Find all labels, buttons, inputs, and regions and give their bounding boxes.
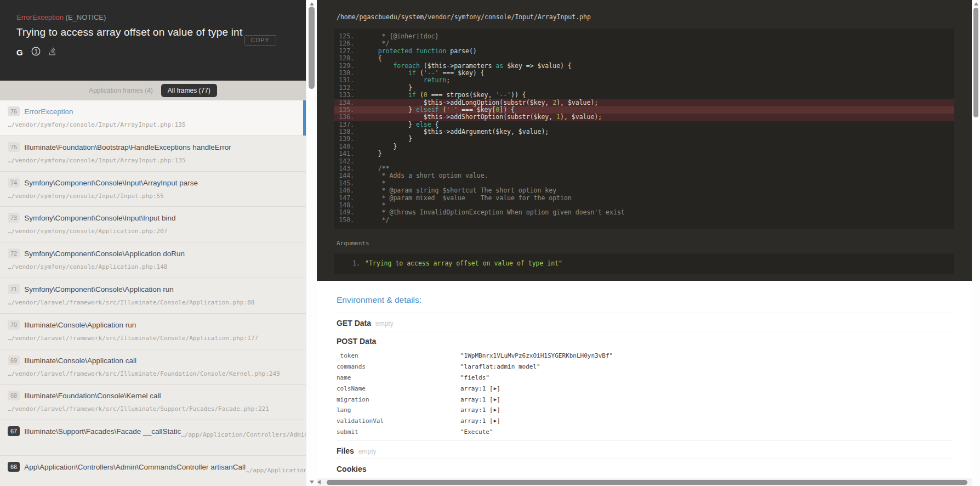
arguments-box: 1."Trying to access array offset on valu… xyxy=(334,253,954,274)
line-number: 149. xyxy=(334,209,363,216)
row-value: "1WpMBnrx1VLuMvPz6zxOiH1SYGERKbnLH0yn3vB… xyxy=(460,352,613,359)
code-token: */ xyxy=(363,39,389,47)
code-line: 134. $this->addLongOption(substr($key, 2… xyxy=(334,99,954,106)
code-text: protected function parse() xyxy=(363,48,477,55)
code-token xyxy=(412,47,416,55)
google-icon[interactable]: G xyxy=(16,48,23,57)
code-token: } xyxy=(363,121,416,128)
frame-title-line: 73Symfony\Component\Console\Input\Input … xyxy=(8,213,298,223)
table-row: migrationarray:1 [▶] xyxy=(337,394,952,405)
code-token: } xyxy=(363,150,382,157)
detail-sections: GET DataemptyPOST Data_token"1WpMBnrx1VL… xyxy=(337,313,952,486)
argument-value: "Trying to access array offset on value … xyxy=(365,259,562,268)
environment-details-title: Environment & details: xyxy=(337,295,952,305)
code-line: 127. protected function parse() xyxy=(334,48,954,55)
code-text: if (0 === strpos($key, '--')) { xyxy=(363,92,526,99)
empty-label: empty xyxy=(358,448,377,455)
code-line: 150. */ xyxy=(334,217,954,224)
frame-number-badge: 69 xyxy=(8,355,20,365)
row-key: lang xyxy=(337,406,460,414)
row-key: submit xyxy=(337,428,460,436)
horizontal-scrollbar-thumb[interactable] xyxy=(327,480,967,485)
frame-path: …/vendor/laravel/framework/src/Illuminat… xyxy=(8,405,298,412)
frame-title-line: 67Illuminate\Support\Facades\Facade __ca… xyxy=(8,426,181,455)
scroll-up-arrow-icon[interactable] xyxy=(974,2,978,5)
frame-number-badge: 71 xyxy=(8,284,20,294)
detail-section: Filesempty xyxy=(337,440,952,459)
code-text: * @throws InvalidOptionException When op… xyxy=(363,209,625,216)
expand-array-button[interactable]: ▶ xyxy=(493,386,496,391)
stackoverflow-icon[interactable] xyxy=(49,47,56,58)
stack-frame-row[interactable]: 76ErrorException…/vendor/symfony/console… xyxy=(0,100,306,136)
code-token: if xyxy=(408,69,416,77)
left-scrollbar-thumb[interactable] xyxy=(309,7,315,89)
frame-path: …/app/Application/Controllers/Admin/Comm… xyxy=(246,467,306,486)
code-text: } xyxy=(363,84,412,92)
stack-frame-row[interactable]: 68Illuminate\Foundation\Console\Kernel c… xyxy=(0,385,306,420)
code-line: 146. * @param string $shortcut The short… xyxy=(334,187,954,194)
scroll-left-arrow-icon[interactable] xyxy=(317,480,321,484)
scroll-down-arrow-icon[interactable] xyxy=(310,481,314,484)
code-text: * @param mixed $value The value for the … xyxy=(363,195,572,202)
stack-frame-row[interactable]: 74Symfony\Component\Console\Input\ArrayI… xyxy=(0,172,306,207)
code-text: foreach ($this->parameters as $key => $v… xyxy=(363,63,572,70)
search-links: G xyxy=(16,47,289,58)
line-number: 127. xyxy=(334,48,363,55)
stack-frame-row[interactable]: 66App\Application\Controllers\Admin\Comm… xyxy=(0,456,306,486)
stack-frame-row[interactable]: 75Illuminate\Foundation\Bootstrap\Handle… xyxy=(0,136,306,172)
stack-frame-row[interactable]: 70Illuminate\Console\Application run…/ve… xyxy=(0,314,306,349)
frame-path: …/vendor/laravel/framework/src/Illuminat… xyxy=(8,335,298,342)
left-panel-scrollbar[interactable] xyxy=(306,0,317,486)
detail-section: GET Dataempty xyxy=(337,313,952,331)
frame-title: Symfony\Component\Console\Application do… xyxy=(24,250,185,258)
line-number: 135. xyxy=(334,106,363,114)
expand-array-button[interactable]: ▶ xyxy=(493,418,496,423)
expand-array-button[interactable]: ▶ xyxy=(493,408,496,413)
tab-application-frames[interactable]: Application frames (4) xyxy=(89,87,153,94)
code-token: $this->addArgument($key, $value); xyxy=(363,128,549,135)
code-token: * @param string $shortcut The short opti… xyxy=(363,187,556,194)
stack-frame-row[interactable]: 69Illuminate\Console\Application call…/v… xyxy=(0,349,306,385)
frame-title: Symfony\Component\Console\Input\ArrayInp… xyxy=(24,179,198,187)
copy-button[interactable]: COPY xyxy=(244,35,276,46)
stack-frame-row[interactable]: 67Illuminate\Support\Facades\Facade __ca… xyxy=(0,420,306,456)
duckduckgo-icon[interactable] xyxy=(31,47,41,58)
stack-frame-row[interactable]: 71Symfony\Component\Console\Application … xyxy=(0,278,306,314)
line-number: 129. xyxy=(334,63,363,70)
code-token: function xyxy=(416,47,446,55)
page-scrollbar[interactable] xyxy=(972,0,980,486)
frame-path: …/vendor/symfony/console/Application.php… xyxy=(8,228,298,235)
line-number: 144. xyxy=(334,172,363,179)
horizontal-scrollbar[interactable] xyxy=(317,478,972,486)
row-key: commands xyxy=(337,363,460,370)
section-heading: GET Dataempty xyxy=(337,319,952,327)
expand-array-button[interactable]: ▶ xyxy=(493,397,496,402)
section-heading: POST Data xyxy=(337,337,952,346)
stack-frame-row[interactable]: 72Symfony\Component\Console\Application … xyxy=(0,242,306,278)
code-line: 139. } xyxy=(334,135,954,143)
scroll-up-arrow-icon[interactable] xyxy=(310,2,314,5)
code-token: ), $value); xyxy=(560,113,602,121)
file-path: /home/pgascbuedu/system/vendor/symfony/c… xyxy=(337,13,972,21)
stack-frame-row[interactable]: 73Symfony\Component\Console\Input\Input … xyxy=(0,207,306,242)
table-row: commands"laraflat:admin_model" xyxy=(337,361,952,372)
page-scrollbar-thumb[interactable] xyxy=(973,8,978,117)
code-line: 132. } xyxy=(334,84,954,92)
code-token: * xyxy=(363,201,386,209)
row-value: "Execute" xyxy=(460,428,493,436)
code-text: * Adds a short option value. xyxy=(363,172,488,179)
line-number: 138. xyxy=(334,128,363,135)
frame-title-line: 72Symfony\Component\Console\Application … xyxy=(8,248,298,258)
code-token: 1 xyxy=(556,113,560,121)
tab-all-frames[interactable]: All frames (77) xyxy=(161,84,217,97)
code-text: { xyxy=(363,55,382,62)
frame-title: Symfony\Component\Console\Application ru… xyxy=(24,285,173,293)
code-token: protected xyxy=(378,47,412,55)
frames-list: 76ErrorException…/vendor/symfony/console… xyxy=(0,100,306,486)
code-text: if ('--' === $key) { xyxy=(363,70,485,77)
frame-title: Symfony\Component\Console\Input\Input bi… xyxy=(24,214,175,222)
code-text: * xyxy=(363,180,386,187)
code-token: ( xyxy=(438,106,446,114)
code-line: 126. */ xyxy=(334,40,954,47)
code-token: $key => $value) { xyxy=(503,62,572,70)
